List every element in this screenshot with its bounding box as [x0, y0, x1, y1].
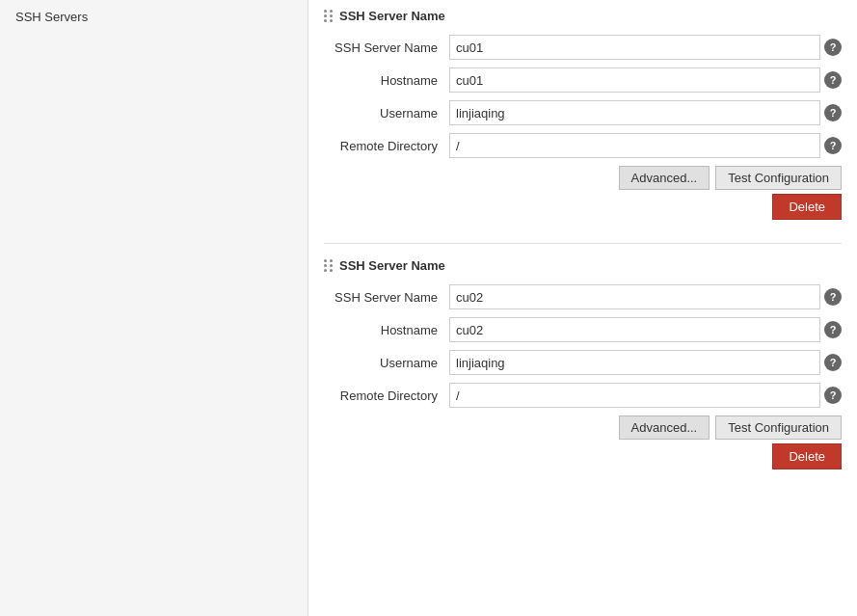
delete-button-1[interactable]: Delete — [772, 194, 842, 220]
username-input-2[interactable] — [449, 350, 820, 375]
username-label-1: Username — [324, 106, 449, 121]
buttons-row-1: Advanced... Test Configuration — [324, 166, 842, 190]
page-container: SSH Servers SSH Server Name SSH Server N… — [0, 0, 857, 616]
remote-dir-input-1[interactable] — [449, 133, 820, 158]
hostname-input-2[interactable] — [449, 317, 820, 342]
hostname-help-1[interactable]: ? — [824, 71, 842, 89]
username-input-wrap-2: ? — [449, 350, 842, 375]
server-name-help-1[interactable]: ? — [824, 39, 842, 56]
username-row-1: Username ? — [324, 100, 842, 125]
main-content: SSH Server Name SSH Server Name ? Hostna… — [308, 0, 857, 616]
remote-dir-label-2: Remote Directory — [324, 388, 449, 403]
remote-dir-row-1: Remote Directory ? — [324, 133, 842, 158]
remote-dir-input-2[interactable] — [449, 383, 820, 408]
hostname-label-2: Hostname — [324, 323, 449, 337]
username-help-2[interactable]: ? — [824, 354, 842, 371]
username-label-2: Username — [324, 356, 449, 370]
username-input-wrap-1: ? — [449, 100, 842, 125]
server-name-input-wrap-2: ? — [449, 284, 842, 309]
remote-dir-row-2: Remote Directory ? — [324, 383, 842, 408]
delete-row-1: Delete — [324, 194, 842, 220]
drag-handle-1[interactable] — [324, 10, 334, 22]
advanced-button-1[interactable]: Advanced... — [619, 166, 710, 190]
sidebar: SSH Servers — [0, 0, 308, 616]
delete-button-2[interactable]: Delete — [772, 443, 842, 469]
server-name-row-1: SSH Server Name ? — [324, 35, 842, 60]
server-name-input-2[interactable] — [449, 284, 820, 309]
server-name-row-2: SSH Server Name ? — [324, 284, 842, 309]
advanced-button-2[interactable]: Advanced... — [619, 415, 710, 440]
test-configuration-button-2[interactable]: Test Configuration — [715, 415, 842, 440]
server-name-input-wrap-1: ? — [449, 35, 842, 60]
server-section-title-2: SSH Server Name — [339, 257, 445, 275]
hostname-input-1[interactable] — [449, 67, 820, 93]
sidebar-label: SSH Servers — [15, 10, 88, 24]
server-header-1: SSH Server Name — [324, 8, 842, 25]
server-block-2: SSH Server Name SSH Server Name ? Hostna… — [324, 257, 842, 477]
remote-dir-label-1: Remote Directory — [324, 139, 449, 153]
buttons-row-2: Advanced... Test Configuration — [324, 415, 842, 440]
remote-dir-help-1[interactable]: ? — [824, 137, 842, 154]
hostname-label-1: Hostname — [324, 73, 449, 88]
server-name-label-1: SSH Server Name — [324, 40, 449, 55]
hostname-row-1: Hostname ? — [324, 67, 842, 93]
server-name-help-2[interactable]: ? — [824, 288, 842, 306]
delete-row-2: Delete — [324, 443, 842, 469]
remote-dir-input-wrap-1: ? — [449, 133, 842, 158]
server-section-title-1: SSH Server Name — [339, 8, 445, 25]
drag-handle-2[interactable] — [324, 259, 334, 272]
server-block-1: SSH Server Name SSH Server Name ? Hostna… — [324, 8, 842, 228]
server-name-input-1[interactable] — [449, 35, 820, 60]
username-help-1[interactable]: ? — [824, 104, 842, 121]
hostname-row-2: Hostname ? — [324, 317, 842, 342]
remote-dir-help-2[interactable]: ? — [824, 387, 842, 404]
hostname-input-wrap-1: ? — [449, 67, 842, 93]
divider — [324, 243, 842, 244]
username-input-1[interactable] — [449, 100, 820, 125]
hostname-input-wrap-2: ? — [449, 317, 842, 342]
remote-dir-input-wrap-2: ? — [449, 383, 842, 408]
hostname-help-2[interactable]: ? — [824, 321, 842, 338]
server-name-label-2: SSH Server Name — [324, 290, 449, 305]
username-row-2: Username ? — [324, 350, 842, 375]
server-header-2: SSH Server Name — [324, 257, 842, 275]
test-configuration-button-1[interactable]: Test Configuration — [715, 166, 842, 190]
